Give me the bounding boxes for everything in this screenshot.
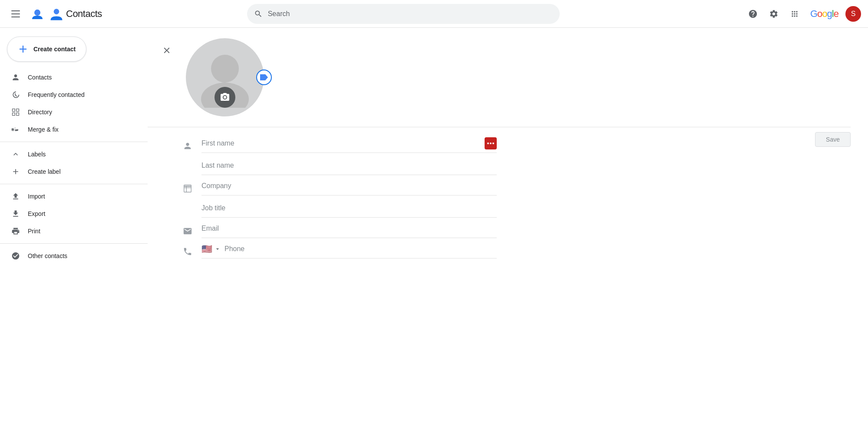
sidebar-item-contacts[interactable]: Contacts [0, 69, 141, 86]
more-dots [487, 142, 494, 144]
company-field-group [182, 177, 851, 218]
settings-button[interactable] [765, 5, 782, 23]
flag-icon: 🇺🇸 [201, 244, 212, 254]
email-field-group [182, 219, 851, 238]
app-name: Contacts [66, 8, 102, 20]
email-inputs [201, 219, 497, 238]
app-logo: Contacts [30, 6, 102, 22]
create-label-text: Create label [28, 168, 61, 175]
company-icon [183, 184, 192, 193]
phone-icon [183, 247, 192, 256]
create-contact-label: Create contact [33, 46, 76, 53]
label-tag-button[interactable] [256, 70, 272, 85]
job-title-input[interactable] [201, 199, 497, 217]
google-logo: Google [810, 8, 838, 20]
phone-inputs: 🇺🇸 [201, 240, 497, 258]
close-button[interactable] [158, 42, 175, 59]
name-inputs [201, 134, 497, 175]
svg-point-9 [211, 55, 239, 83]
directory-icon [10, 108, 21, 116]
header-left: Contacts [7, 5, 155, 23]
sidebar-item-create-label[interactable]: Create label [0, 163, 141, 180]
phone-country-selector[interactable]: 🇺🇸 [201, 244, 224, 254]
search-input[interactable] [268, 10, 553, 18]
form-fields: 🇺🇸 [148, 127, 868, 278]
help-icon [748, 9, 758, 19]
more-button[interactable] [485, 137, 497, 149]
sidebar-item-merge-fix[interactable]: Merge & fix [0, 121, 141, 138]
sidebar-item-merge-fix-label: Merge & fix [28, 126, 59, 133]
job-title-wrapper [201, 199, 497, 218]
contacts-logo-icon [49, 6, 64, 22]
save-button[interactable]: Save [815, 132, 851, 147]
last-name-input[interactable] [201, 156, 497, 175]
other-contacts-label: Other contacts [28, 252, 67, 259]
sidebar-item-other-contacts[interactable]: Other contacts [0, 247, 141, 265]
phone-field-group: 🇺🇸 [182, 240, 851, 258]
company-inputs [201, 177, 497, 218]
import-label: Import [28, 193, 45, 200]
sidebar: Create contact Contacts Frequently conta… [0, 28, 148, 444]
email-wrapper [201, 219, 497, 238]
sidebar-divider-2 [0, 184, 148, 184]
email-input[interactable] [201, 219, 497, 238]
sidebar-item-frequently-contacted-label: Frequently contacted [28, 91, 85, 98]
apps-icon [790, 10, 799, 18]
apps-button[interactable] [786, 5, 803, 23]
name-field-group [182, 134, 851, 175]
other-contacts-icon [10, 252, 21, 260]
settings-icon [769, 9, 779, 19]
sidebar-item-frequently-contacted[interactable]: Frequently contacted [0, 86, 141, 103]
sidebar-item-directory-label: Directory [28, 109, 52, 116]
sidebar-item-export[interactable]: Export [0, 205, 141, 222]
email-icon [183, 226, 192, 236]
chevron-up-icon [10, 150, 21, 159]
first-name-input[interactable] [201, 134, 481, 152]
sidebar-item-import[interactable]: Import [0, 188, 141, 205]
header-right: Google S [744, 5, 861, 23]
create-contact-button[interactable]: Create contact [7, 36, 86, 62]
label-icon [260, 74, 268, 80]
email-field-icon [182, 226, 193, 236]
sidebar-item-directory[interactable]: Directory [0, 103, 141, 121]
person-field-icon [182, 141, 193, 151]
app-header: Contacts Google [0, 0, 868, 28]
app-body: Create contact Contacts Frequently conta… [0, 28, 868, 444]
menu-button[interactable] [7, 5, 24, 23]
print-icon [10, 227, 21, 235]
phone-input[interactable] [224, 240, 497, 258]
sidebar-divider-3 [0, 243, 148, 244]
camera-icon [220, 92, 230, 103]
company-field-icon [182, 184, 193, 193]
user-avatar-button[interactable]: S [845, 6, 861, 22]
sidebar-item-print[interactable]: Print [0, 222, 141, 240]
download-icon [10, 209, 21, 218]
search-bar [247, 4, 560, 24]
history-icon [10, 90, 21, 99]
contacts-app-icon [30, 6, 45, 22]
phone-wrapper: 🇺🇸 [201, 240, 497, 258]
svg-rect-11 [184, 186, 191, 192]
merge-icon [10, 125, 21, 134]
last-name-wrapper [201, 156, 497, 175]
plus-small-icon [10, 167, 21, 176]
close-icon [162, 46, 172, 55]
company-input[interactable] [201, 177, 497, 195]
person-icon [10, 73, 21, 82]
export-label: Export [28, 210, 45, 217]
avatar-placeholder[interactable] [186, 38, 264, 116]
labels-section-label: Labels [28, 151, 46, 158]
avatar-section [186, 38, 264, 116]
upload-icon [10, 192, 21, 201]
labels-section-header[interactable]: Labels [0, 146, 148, 163]
sidebar-item-contacts-label: Contacts [28, 74, 52, 81]
plus-icon [18, 44, 28, 54]
contact-form-header [148, 28, 868, 116]
svg-point-3 [35, 10, 40, 14]
svg-rect-14 [184, 185, 191, 187]
phone-field-icon [182, 247, 193, 256]
camera-overlay-button[interactable] [215, 87, 235, 108]
help-button[interactable] [744, 5, 762, 23]
main-content: Save [148, 28, 868, 444]
person-icon-form [183, 141, 192, 151]
